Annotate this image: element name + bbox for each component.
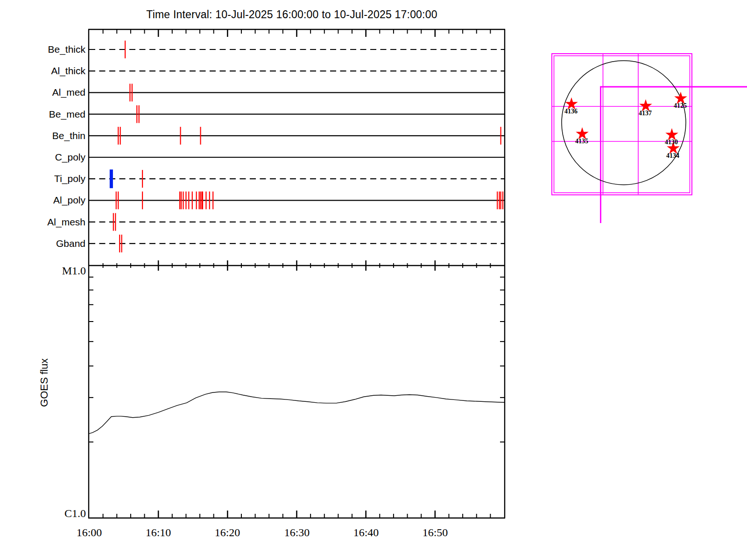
- active-region-label-4136: 4136: [556, 108, 586, 115]
- filter-row-label-Al_thick: Al_thick: [0, 65, 85, 77]
- active-region-label-4137: 4137: [630, 110, 660, 117]
- y-axis-bottom-label: C1.0: [47, 507, 86, 520]
- filter-row-label-Be_thin: Be_thin: [0, 130, 85, 142]
- active-region-label-4130: 4130: [656, 139, 686, 146]
- filter-row-label-Gband: Gband: [0, 238, 85, 250]
- solar-observation-plot: Time Interval: 10-Jul-2025 16:00:00 to 1…: [0, 0, 747, 560]
- y-axis-top-label: M1.0: [47, 264, 86, 277]
- x-tick-label-16:20: 16:20: [204, 526, 251, 539]
- filter-timeline-panel: [89, 41, 504, 252]
- goes-flux-axis-title: GOES flux: [38, 336, 51, 429]
- filter-row-label-Be_thick: Be_thick: [0, 43, 85, 56]
- sun-map-inner-frame: [554, 56, 690, 193]
- filter-row-label-Al_poly: Al_poly: [0, 194, 85, 206]
- filter-row-label-C_poly: C_poly: [0, 151, 85, 163]
- x-tick-label-16:00: 16:00: [66, 526, 113, 539]
- x-tick-label-16:50: 16:50: [412, 526, 458, 539]
- solar-limb-circle: [562, 61, 686, 185]
- x-tick-label-16:30: 16:30: [274, 526, 320, 539]
- page-title: Time Interval: 10-Jul-2025 16:00:00 to 1…: [58, 8, 525, 21]
- sun-map-outer-frame: [552, 54, 692, 195]
- filter-row-label-Ti_poly: Ti_poly: [0, 173, 85, 185]
- filter-row-label-Al_mesh: Al_mesh: [0, 216, 85, 228]
- active-region-label-4134: 4134: [658, 152, 688, 159]
- goes-flux-curve: [89, 392, 504, 434]
- filter-row-label-Be_med: Be_med: [0, 108, 85, 120]
- plot-canvas: [0, 0, 747, 560]
- filter-row-label-Al_med: Al_med: [0, 86, 85, 98]
- axes: [88, 29, 505, 518]
- x-tick-label-16:10: 16:10: [135, 526, 182, 539]
- active-region-label-4135: 4135: [567, 138, 597, 145]
- x-tick-label-16:40: 16:40: [343, 526, 389, 539]
- active-region-label-4125: 4125: [665, 102, 695, 109]
